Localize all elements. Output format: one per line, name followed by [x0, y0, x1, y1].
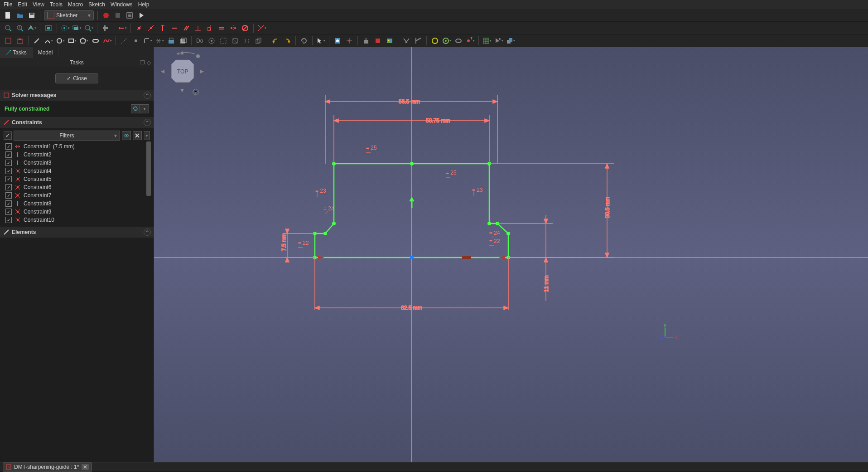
constraint-parallel-icon[interactable]: [182, 24, 191, 33]
constr-driven-icon[interactable]: [402, 36, 411, 45]
elements-panel-header[interactable]: Elements ⌃: [0, 227, 154, 238]
constraint-checkbox[interactable]: ✓: [5, 184, 12, 190]
constraint-row[interactable]: ✓Constraint3: [4, 159, 150, 167]
line-icon[interactable]: [32, 36, 41, 45]
settings-dropdown[interactable]: ▾: [144, 131, 150, 140]
point-icon[interactable]: [131, 36, 140, 45]
toggle-grid-icon[interactable]: ▾: [482, 36, 492, 45]
restore-window-icon[interactable]: ❐: [140, 59, 145, 66]
fillet-icon[interactable]: ▾: [143, 36, 152, 45]
constraint-checkbox[interactable]: ✓: [5, 143, 12, 150]
sync-view-icon[interactable]: ▾: [72, 24, 82, 33]
constraint-checkbox[interactable]: ✓: [5, 151, 12, 158]
circle-icon[interactable]: ▾: [56, 36, 65, 45]
constraint-horizontal-icon[interactable]: [170, 24, 179, 33]
increase-degree-icon[interactable]: +▾: [466, 36, 475, 45]
rectangle-icon[interactable]: ▾: [68, 36, 77, 45]
stop-operation-icon[interactable]: [373, 36, 382, 45]
select-redundant-icon[interactable]: [231, 36, 240, 45]
constraint-row[interactable]: ✓Constraint10: [4, 216, 150, 224]
scrollbar-thumb[interactable]: [146, 141, 151, 196]
constraints-panel-header[interactable]: Constraints ⌃: [0, 117, 154, 128]
constraint-checkbox[interactable]: ✓: [5, 217, 12, 223]
tab-tasks[interactable]: Tasks: [0, 47, 33, 58]
save-file-icon[interactable]: [27, 11, 36, 20]
constraint-row[interactable]: ✓Constraint1 (7.5 mm): [4, 142, 150, 151]
constraint-checkbox[interactable]: ✓: [5, 160, 12, 166]
refresh-icon[interactable]: [299, 36, 309, 45]
dim-top-width[interactable]: 56.5 mm: [399, 98, 420, 105]
menu-view[interactable]: View: [33, 1, 44, 8]
collapse-icon[interactable]: ⌃: [144, 92, 151, 99]
constraint-block-icon[interactable]: [241, 24, 250, 33]
dim-right-lower[interactable]: 11 mm: [543, 275, 550, 292]
navcube-down-arrow[interactable]: [180, 89, 184, 92]
close-button[interactable]: ✓Close: [55, 73, 98, 83]
solver-panel-header[interactable]: Solver messages ⌃: [0, 90, 154, 101]
bounding-box-icon[interactable]: [44, 24, 53, 33]
constraint-symmetric-icon[interactable]: [229, 24, 238, 33]
measure-distance-icon[interactable]: ▾: [61, 24, 70, 33]
trim-icon[interactable]: ▾: [155, 36, 164, 45]
constraints-list[interactable]: ✓Constraint1 (7.5 mm)✓Constraint2✓Constr…: [2, 141, 152, 225]
close-document-icon[interactable]: ✕: [82, 464, 89, 470]
document-tab[interactable]: DMT-sharpening-guide : 1* ✕: [3, 462, 92, 472]
menu-tools[interactable]: Tools: [50, 1, 63, 8]
toggle-clip-icon[interactable]: [101, 24, 110, 33]
edit-sketch-icon[interactable]: [4, 36, 13, 45]
clone-icon[interactable]: [254, 36, 263, 45]
new-file-icon[interactable]: [4, 11, 13, 20]
constraint-row[interactable]: ✓Constraint6: [4, 183, 150, 191]
carbon-copy-icon[interactable]: [178, 36, 188, 45]
constraint-checkbox[interactable]: ✓: [5, 192, 12, 199]
constraint-equal-icon[interactable]: [217, 24, 226, 33]
menu-macro[interactable]: Macro: [68, 1, 83, 8]
construction-line-icon[interactable]: [120, 36, 129, 45]
constraint-snell-icon[interactable]: ▾: [257, 24, 266, 33]
constraint-checkbox[interactable]: ✓: [5, 209, 12, 215]
solver-auto-dropdown[interactable]: ▾: [140, 104, 149, 113]
show-internal-icon[interactable]: ▾: [442, 36, 451, 45]
navcube-perspective-icon[interactable]: [193, 89, 198, 95]
constraint-row[interactable]: ✓Constraint2: [4, 151, 150, 159]
bspline-icon[interactable]: ▾: [103, 36, 112, 45]
dim-right-height[interactable]: 30.5 mm: [604, 197, 611, 218]
constraint-coincident-icon[interactable]: [135, 24, 144, 33]
navcube-left-arrow[interactable]: [161, 70, 164, 73]
show-constraints-icon[interactable]: [430, 36, 439, 45]
constraint-vertical-icon[interactable]: [158, 24, 167, 33]
close-panel-icon[interactable]: ◇: [147, 59, 151, 66]
leave-sketch-icon[interactable]: [15, 36, 24, 45]
filters-select[interactable]: Filters: [14, 131, 120, 141]
menu-edit[interactable]: Edit: [18, 1, 27, 8]
arc-icon[interactable]: ▾: [44, 36, 53, 45]
menu-file[interactable]: File: [4, 1, 12, 8]
macro-list-icon[interactable]: [125, 11, 134, 20]
fit-all-icon[interactable]: [4, 24, 13, 33]
workbench-selector[interactable]: Sketcher: [44, 10, 94, 20]
toggle-snap-icon[interactable]: ▾: [494, 36, 503, 45]
fit-selection-icon[interactable]: +: [15, 24, 24, 33]
draw-style-icon[interactable]: ▾: [27, 24, 36, 33]
macro-play-icon[interactable]: [137, 11, 146, 20]
constraint-checkbox[interactable]: ✓: [5, 176, 12, 182]
constraint-tangent-icon[interactable]: [205, 24, 214, 33]
symmetry-tool-icon[interactable]: [242, 36, 251, 45]
constraint-row[interactable]: ✓Constraint5: [4, 175, 150, 183]
export-icon[interactable]: [362, 36, 371, 45]
show-hide-icon[interactable]: [122, 131, 131, 140]
menu-help[interactable]: Help: [138, 1, 149, 8]
zoom-in-icon[interactable]: ▾: [84, 24, 93, 33]
navcube-home-icon[interactable]: [196, 54, 200, 58]
slot-icon[interactable]: [91, 36, 100, 45]
constraint-row[interactable]: ✓Constraint4: [4, 167, 150, 175]
cursor-icon[interactable]: ▾: [316, 36, 325, 45]
constraint-row[interactable]: ✓Constraint9: [4, 208, 150, 216]
constraint-row[interactable]: ✓Constraint8: [4, 200, 150, 208]
collapse-icon[interactable]: ⌃: [144, 119, 151, 126]
render-image-icon[interactable]: [385, 36, 394, 45]
constraint-row[interactable]: ✓Constraint7: [4, 191, 150, 200]
constraint-perpendicular-icon[interactable]: [193, 24, 203, 33]
redo-icon[interactable]: [283, 36, 292, 45]
select-conflicting-icon[interactable]: [219, 36, 228, 45]
